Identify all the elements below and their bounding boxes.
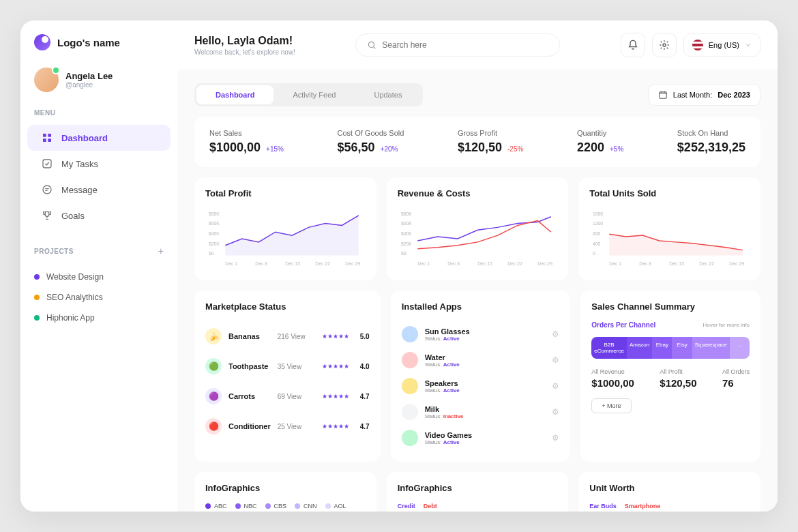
- marketplace-row[interactable]: 🔴Conditioner25 View★★★★★4.7: [205, 411, 370, 441]
- sc-hint: Hover for more info: [703, 322, 750, 328]
- marketplace-row[interactable]: 🟢Toothpaste35 View★★★★★4.0: [205, 351, 370, 381]
- card-title: Total Units Sold: [589, 188, 750, 198]
- app-settings-icon[interactable]: ⚙: [552, 433, 559, 443]
- app-name: Water: [425, 353, 546, 361]
- tab-updates[interactable]: Updates: [355, 85, 421, 104]
- logo-icon: [34, 34, 50, 50]
- legend-credit[interactable]: Credit: [398, 503, 415, 509]
- app-settings-icon[interactable]: ⚙: [552, 381, 559, 391]
- rating-value: 4.7: [360, 393, 370, 400]
- nav-tasks[interactable]: My Tasks: [27, 151, 171, 177]
- tab-activity[interactable]: Activity Feed: [274, 85, 355, 104]
- channel-tab[interactable]: B2B eCommerce: [591, 337, 627, 359]
- marketplace-row[interactable]: 🍌Bananas216 View★★★★★5.0: [205, 321, 370, 351]
- app-row[interactable]: MilkStatus: Inactive⚙: [402, 399, 560, 425]
- kpi-label: Net Sales: [209, 129, 284, 137]
- channel-tab[interactable]: Squarespace: [692, 337, 730, 359]
- nav-dashboard[interactable]: Dashboard: [27, 125, 171, 151]
- kpi-label: Quantitiy: [577, 129, 623, 137]
- legend-item[interactable]: NBC: [235, 503, 257, 509]
- project-label: Hiphonic App: [46, 313, 95, 323]
- svg-text:$20K: $20K: [401, 241, 412, 246]
- app-settings-icon[interactable]: ⚙: [552, 355, 559, 365]
- svg-rect-1: [48, 134, 51, 137]
- search-input[interactable]: [382, 40, 548, 50]
- profile-handle: @anglee: [65, 81, 113, 89]
- legend-debt[interactable]: Debt: [424, 503, 437, 509]
- header-actions: Eng (US): [621, 33, 760, 57]
- app-row[interactable]: WaterStatus: Active⚙: [402, 347, 560, 373]
- app-row[interactable]: Sun GlassesStatus: Active⚙: [402, 321, 560, 347]
- legend-item[interactable]: AOL: [325, 503, 346, 509]
- trophy-icon: [41, 209, 53, 222]
- channel-tab[interactable]: ...: [730, 337, 750, 359]
- app-settings-icon[interactable]: ⚙: [552, 407, 559, 417]
- card-sales-channel: Sales Channel Summary Orders Per Channel…: [580, 291, 760, 462]
- project-label: SEO Analythics: [46, 293, 103, 302]
- channel-tab[interactable]: Ebay: [652, 337, 672, 359]
- add-project-button[interactable]: +: [158, 246, 164, 256]
- svg-text:Dec 1: Dec 1: [610, 261, 622, 266]
- stat-label: All Revenue: [591, 368, 634, 375]
- svg-text:Dec 8: Dec 8: [255, 261, 267, 266]
- svg-text:400: 400: [593, 241, 601, 246]
- tab-dashboard[interactable]: Dashboard: [196, 85, 274, 104]
- notifications-button[interactable]: [621, 33, 645, 57]
- svg-point-5: [43, 186, 51, 194]
- svg-text:Dec 1: Dec 1: [417, 261, 430, 266]
- product-name: Carrots: [228, 392, 271, 400]
- logo-text: Logo's name: [57, 37, 120, 48]
- project-item[interactable]: Hiphonic App: [20, 308, 177, 328]
- language-select[interactable]: Eng (US): [683, 33, 760, 57]
- legend-item[interactable]: CBS: [265, 503, 287, 509]
- stat-label: All Orders: [722, 368, 750, 375]
- app-settings-icon[interactable]: ⚙: [552, 329, 559, 339]
- svg-text:0: 0: [593, 251, 595, 256]
- marketplace-row[interactable]: 🟣Carrots69 View★★★★★4.7: [205, 381, 370, 411]
- star-rating: ★★★★★: [322, 363, 349, 370]
- app-row[interactable]: Video GamesStatus: Active⚙: [402, 425, 560, 451]
- stat-label: All Profit: [660, 368, 696, 375]
- legend-dot-icon: [295, 503, 300, 509]
- channel-tab[interactable]: Etsy: [672, 337, 692, 359]
- nav-label: My Tasks: [61, 159, 98, 169]
- legend: Credit Debt: [398, 503, 558, 509]
- kpi-value: 2200: [577, 141, 604, 155]
- profile[interactable]: Angela Lee @anglee: [20, 68, 177, 92]
- svg-rect-0: [43, 134, 46, 137]
- svg-text:$40K: $40K: [209, 231, 220, 236]
- project-item[interactable]: Website Design: [20, 267, 177, 287]
- legend-smartphone[interactable]: Smartphone: [625, 503, 661, 509]
- app-row[interactable]: SpeakersStatus: Active⚙: [402, 373, 560, 399]
- date-selector[interactable]: Last Month: Dec 2023: [648, 84, 760, 106]
- nav-message[interactable]: Message: [27, 177, 171, 203]
- settings-button[interactable]: [652, 33, 677, 57]
- app-status: Status: Active: [425, 336, 546, 342]
- donut-legend: ABCNBCCBSCNNAOLMSN: [205, 503, 366, 512]
- legend-dot-icon: [235, 503, 241, 509]
- app-name: Speakers: [425, 379, 546, 387]
- logo[interactable]: Logo's name: [20, 34, 177, 50]
- project-item[interactable]: SEO Analythics: [20, 287, 177, 308]
- svg-text:Dec 29: Dec 29: [730, 261, 745, 266]
- legend-item[interactable]: ABC: [205, 503, 227, 509]
- svg-text:$40K: $40K: [401, 231, 412, 236]
- legend-earbuds[interactable]: Ear Buds: [589, 503, 617, 509]
- orders-per-channel-link[interactable]: Orders Per Channel: [591, 321, 655, 329]
- legend-label: ABC: [214, 503, 227, 509]
- kpi-value: $120,50: [458, 141, 502, 155]
- legend: Ear Buds Smartphone: [589, 503, 750, 509]
- legend-dot-icon: [325, 503, 331, 509]
- search-box[interactable]: [355, 33, 560, 57]
- app-status: Status: Active: [425, 361, 546, 368]
- legend-item[interactable]: CNN: [295, 503, 317, 509]
- charts-row: Total Profit $80K$60K$40K$20K$0Dec 1Dec …: [194, 177, 760, 280]
- card-infographics-line: InfoGraphics Credit Debt 14.1013.1012.10…: [387, 472, 569, 512]
- more-button[interactable]: + More: [591, 398, 631, 413]
- star-rating: ★★★★★: [322, 423, 349, 430]
- product-views: 25 View: [278, 423, 315, 430]
- app-name: Sun Glasses: [425, 327, 546, 336]
- nav-goals[interactable]: Goals: [27, 203, 171, 228]
- app-status: Status: Active: [425, 439, 546, 445]
- channel-tab[interactable]: Amazon: [627, 337, 652, 359]
